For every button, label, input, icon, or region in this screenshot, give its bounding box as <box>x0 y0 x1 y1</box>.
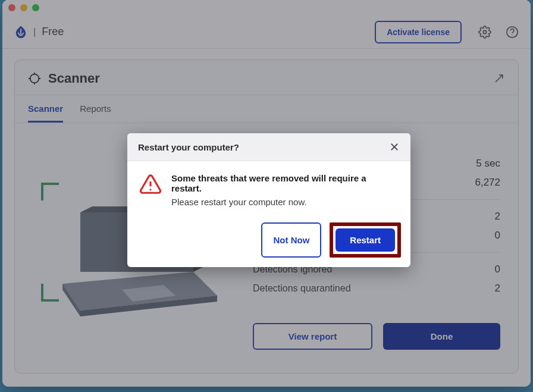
modal-headline: Some threats that were removed will requ… <box>171 173 399 193</box>
svg-point-19 <box>149 189 151 190</box>
not-now-button[interactable]: Not Now <box>261 222 321 258</box>
modal-actions: Not Now Restart <box>127 213 410 267</box>
modal-body: Some threats that were removed will requ… <box>127 161 410 213</box>
close-icon[interactable] <box>389 142 400 152</box>
warning-triangle-icon <box>139 173 162 196</box>
restart-button[interactable]: Restart <box>336 228 395 252</box>
app-window: | Free Activate license Scanner <box>2 0 531 387</box>
modal-header: Restart your computer? <box>127 133 410 161</box>
restart-highlight: Restart <box>330 222 401 258</box>
modal-title: Restart your computer? <box>138 142 239 152</box>
modal-subtext: Please restart your computer now. <box>171 197 399 207</box>
restart-modal: Restart your computer? Some threats that… <box>127 133 410 267</box>
